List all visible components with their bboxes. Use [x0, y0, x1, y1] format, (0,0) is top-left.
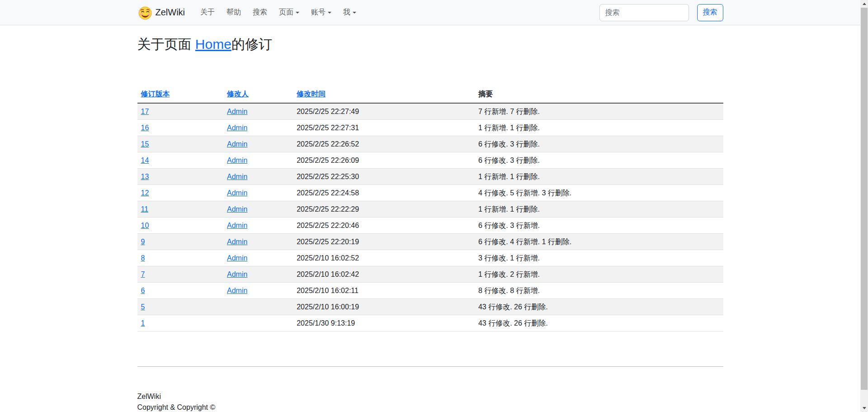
summary: 8 行修改. 8 行新增.: [475, 282, 723, 298]
table-row: 14Admin2025/2/25 22:26:096 行修改. 3 行删除.: [137, 152, 723, 168]
column-header-3: 摘要: [475, 88, 723, 103]
table-row: 16Admin2025/2/25 22:27:311 行新增. 1 行删除.: [137, 119, 723, 136]
nav-item-3[interactable]: 页面: [274, 5, 304, 19]
scroll-down-icon: [863, 407, 866, 409]
revision-link[interactable]: 17: [141, 108, 149, 115]
revision-link[interactable]: 12: [141, 189, 149, 197]
table-row: 6Admin2025/2/10 16:02:118 行修改. 8 行新增.: [137, 282, 723, 298]
smiley-logo-icon: [137, 5, 153, 20]
brand-text: ZelWiki: [156, 7, 185, 18]
revision-link[interactable]: 8: [141, 254, 145, 262]
modified-time: 2025/2/25 22:26:09: [293, 152, 475, 168]
summary: 7 行新增. 7 行删除.: [475, 103, 723, 120]
table-row: 10Admin2025/2/25 22:20:466 行修改. 3 行新增.: [137, 217, 723, 233]
summary: 6 行修改. 3 行删除.: [475, 152, 723, 168]
author-link[interactable]: Admin: [227, 254, 247, 262]
revision-link[interactable]: 15: [141, 140, 149, 148]
table-row: 8Admin2025/2/10 16:02:523 行修改. 1 行新增.: [137, 250, 723, 266]
vertical-scrollbar[interactable]: [860, 0, 868, 412]
table-row: 11Admin2025/2/25 22:22:291 行新增. 1 行删除.: [137, 201, 723, 217]
summary: 1 行新增. 1 行删除.: [475, 168, 723, 185]
page-title: 关于页面 Home的修订: [137, 35, 723, 53]
scroll-down-button[interactable]: [860, 404, 868, 412]
brand-link[interactable]: ZelWiki: [137, 5, 185, 20]
author-link[interactable]: Admin: [227, 173, 247, 180]
navbar: ZelWiki 关于帮助搜索页面账号我 搜索: [0, 0, 860, 25]
summary: 43 行修改. 26 行删除.: [475, 298, 723, 315]
author-link[interactable]: Admin: [227, 156, 247, 164]
author-empty: [223, 298, 293, 315]
table-row: 13Admin2025/2/25 22:25:301 行新增. 1 行删除.: [137, 168, 723, 185]
summary: 6 行修改. 3 行删除.: [475, 136, 723, 152]
modified-time: 2025/2/25 22:20:19: [293, 233, 475, 250]
revision-link[interactable]: 1: [141, 319, 145, 327]
navbar-search-form: 搜索: [599, 4, 723, 21]
summary: 6 行修改. 3 行新增.: [475, 217, 723, 233]
search-input[interactable]: [599, 4, 689, 21]
column-header-2: 修改时间: [293, 88, 475, 103]
modified-time: 2025/2/10 16:02:42: [293, 266, 475, 282]
nav-item-0[interactable]: 关于: [196, 5, 219, 19]
chevron-down-icon: [328, 12, 331, 14]
home-page-link[interactable]: Home: [195, 37, 231, 52]
author-link[interactable]: Admin: [227, 140, 247, 148]
column-header-1: 修改人: [223, 88, 293, 103]
table-row: 1 2025/1/30 9:13:1943 行修改. 26 行删除.: [137, 315, 723, 331]
revision-table: 修订版本修改人修改时间摘要 17Admin2025/2/25 22:27:497…: [137, 88, 723, 331]
author-link[interactable]: Admin: [227, 205, 247, 213]
sort-link[interactable]: 修订版本: [141, 90, 170, 98]
revision-link[interactable]: 11: [141, 205, 149, 213]
footer-copyright: Copyright & Copyright ©: [137, 402, 723, 412]
scroll-up-button[interactable]: [860, 0, 868, 8]
chevron-down-icon: [296, 12, 299, 14]
revision-link[interactable]: 7: [141, 270, 145, 278]
author-link[interactable]: Admin: [227, 189, 247, 197]
summary: 1 行修改. 2 行新增.: [475, 266, 723, 282]
table-row: 12Admin2025/2/25 22:24:584 行修改. 5 行新增. 3…: [137, 185, 723, 201]
search-button[interactable]: 搜索: [697, 4, 723, 21]
nav-item-5[interactable]: 我: [339, 5, 361, 19]
nav-item-4[interactable]: 账号: [307, 5, 336, 19]
footer-divider: [137, 366, 723, 367]
author-empty: [223, 315, 293, 331]
sort-link[interactable]: 修改人: [227, 90, 249, 98]
author-link[interactable]: Admin: [227, 222, 247, 229]
table-row: 17Admin2025/2/25 22:27:497 行新增. 7 行删除.: [137, 103, 723, 120]
table-row: 15Admin2025/2/25 22:26:526 行修改. 3 行删除.: [137, 136, 723, 152]
page-title-prefix: 关于页面: [137, 37, 195, 52]
nav-item-1[interactable]: 帮助: [222, 5, 245, 19]
table-header-row: 修订版本修改人修改时间摘要: [137, 88, 723, 103]
revision-link[interactable]: 5: [141, 303, 145, 311]
author-link[interactable]: Admin: [227, 287, 247, 294]
sort-link[interactable]: 修改时间: [297, 90, 326, 98]
modified-time: 2025/2/25 22:22:29: [293, 201, 475, 217]
table-row: 5 2025/2/10 16:00:1943 行修改. 26 行删除.: [137, 298, 723, 315]
modified-time: 2025/2/25 22:20:46: [293, 217, 475, 233]
summary: 3 行修改. 1 行新增.: [475, 250, 723, 266]
revision-link[interactable]: 6: [141, 287, 145, 294]
revision-link[interactable]: 13: [141, 173, 149, 180]
modified-time: 2025/1/30 9:13:19: [293, 315, 475, 331]
modified-time: 2025/2/10 16:02:52: [293, 250, 475, 266]
modified-time: 2025/2/25 22:27:49: [293, 103, 475, 120]
page-title-suffix: 的修订: [231, 37, 272, 52]
chevron-down-icon: [353, 12, 356, 14]
revision-link[interactable]: 10: [141, 222, 149, 229]
summary: 1 行新增. 1 行删除.: [475, 119, 723, 136]
revision-link[interactable]: 16: [141, 124, 149, 132]
scrollbar-thumb[interactable]: [861, 8, 868, 390]
author-link[interactable]: Admin: [227, 124, 247, 132]
revision-link[interactable]: 14: [141, 156, 149, 164]
author-link[interactable]: Admin: [227, 238, 247, 246]
page: ZelWiki 关于帮助搜索页面账号我 搜索 关于页面 Home的修订 修订版本…: [0, 0, 860, 412]
nav-item-2[interactable]: 搜索: [248, 5, 272, 19]
table-row: 9Admin2025/2/25 22:20:196 行修改. 4 行新增. 1 …: [137, 233, 723, 250]
summary: 43 行修改. 26 行删除.: [475, 315, 723, 331]
modified-time: 2025/2/25 22:24:58: [293, 185, 475, 201]
modified-time: 2025/2/25 22:26:52: [293, 136, 475, 152]
revision-link[interactable]: 9: [141, 238, 145, 246]
author-link[interactable]: Admin: [227, 108, 247, 115]
scroll-up-icon: [863, 3, 866, 5]
author-link[interactable]: Admin: [227, 270, 247, 278]
modified-time: 2025/2/10 16:02:11: [293, 282, 475, 298]
